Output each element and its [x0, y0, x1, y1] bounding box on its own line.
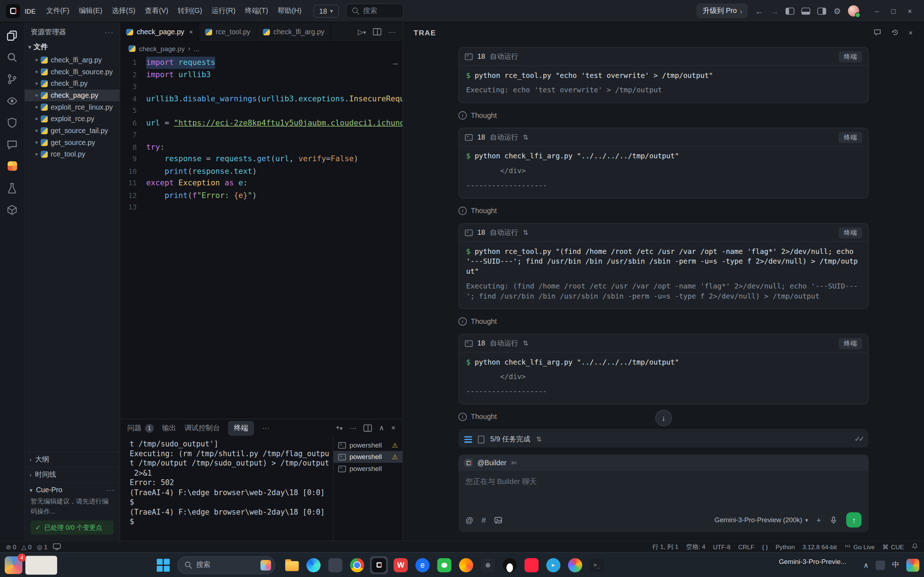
new-terminal-icon[interactable]: +▾ — [336, 424, 342, 432]
editor-tab[interactable]: check_page.py× — [120, 23, 199, 41]
terminal-list-item[interactable]: powershell⚠ — [333, 451, 402, 463]
taskbar-app-chrome[interactable] — [348, 556, 366, 574]
breadcrumb[interactable]: check_page.py › ... — [120, 42, 402, 56]
file-item[interactable]: check_lfi_arg.py — [25, 54, 120, 66]
search-icon[interactable] — [6, 51, 18, 63]
editor-tab[interactable]: rce_tool.py — [199, 23, 257, 41]
status-go-live[interactable]: Go Live — [845, 543, 875, 550]
status-cue[interactable]: ⌘CUE — [882, 543, 904, 550]
history-icon[interactable] — [891, 28, 899, 38]
tray-chevron-icon[interactable]: ∧ — [863, 561, 868, 569]
file-item[interactable]: exploit_rce_linux.py — [25, 102, 120, 113]
security-icon[interactable] — [6, 116, 18, 128]
gear-icon[interactable]: ⚙ — [834, 6, 841, 16]
status--[interactable]: { } — [762, 543, 768, 550]
expand-icon[interactable]: ⇅ — [523, 229, 528, 236]
toggle-right-sidebar-icon[interactable] — [817, 7, 826, 15]
terminal-badge-button[interactable]: 终端 — [838, 338, 862, 349]
file-item[interactable]: exploit_rce.py — [25, 113, 120, 125]
cue-section-header[interactable]: ▾ Cue-Pro ··· — [25, 482, 120, 495]
file-item[interactable]: rce_tool.py — [25, 148, 120, 160]
taskbar-app-edge-dev[interactable]: e — [414, 556, 431, 574]
maximize-panel-icon[interactable]: ∧ — [379, 424, 384, 432]
expand-icon[interactable]: ⇅ — [536, 435, 542, 443]
source-control-icon[interactable] — [6, 73, 18, 85]
panel-tab-终端[interactable]: 终端 — [228, 421, 254, 436]
close-panel-icon[interactable]: × — [391, 424, 395, 432]
file-item[interactable]: get_source.py — [25, 137, 120, 148]
tests-icon[interactable] — [6, 182, 18, 193]
remote-display-icon[interactable] — [53, 543, 60, 549]
taskbar-app-firefox[interactable] — [457, 556, 475, 574]
status-crlf[interactable]: CRLF — [738, 543, 754, 550]
status--1-1[interactable]: 行 1, 列 1 — [652, 542, 678, 551]
notification-count[interactable]: ◎1 — [37, 543, 47, 550]
terminal-list-item[interactable]: powershell — [333, 463, 402, 475]
workspace-switcher[interactable]: 18 ▾ — [313, 4, 339, 17]
thought-row[interactable]: iThought — [459, 206, 868, 215]
explorer-icon[interactable] — [6, 29, 18, 42]
chat-message-list[interactable]: 18自动运行终端$ python rce_tool.py "echo 'test… — [403, 44, 924, 431]
thought-row[interactable]: iThought — [459, 318, 868, 326]
menu-item[interactable]: 编辑(E) — [74, 3, 107, 18]
start-button[interactable] — [155, 556, 173, 574]
image-icon[interactable] — [494, 515, 503, 524]
chat-input-box[interactable]: 您正在与 Builder 聊天 @ # Gemini-3-Pro-Preview… — [459, 471, 868, 532]
panel-tabs-more-icon[interactable]: ··· — [262, 424, 270, 432]
taskbar-app-trae[interactable] — [370, 556, 388, 574]
double-check-icon[interactable]: ✓✓ — [855, 435, 863, 443]
send-button[interactable]: ↑ — [846, 512, 861, 527]
panel-more-icon[interactable]: ··· — [349, 424, 357, 432]
file-item[interactable]: get_source_tail.py — [25, 125, 120, 137]
menu-item[interactable]: 查看(V) — [140, 3, 173, 18]
context-chip[interactable]: @Builder ✄ — [459, 455, 868, 471]
code-editor[interactable]: — 1import requests2import urllib334urlli… — [120, 55, 402, 418]
taskbar-search[interactable]: 搜索 — [177, 556, 275, 574]
expand-icon[interactable]: ⇅ — [523, 339, 528, 347]
taskbar-app-telegram[interactable]: ▸ — [544, 556, 562, 574]
packages-icon[interactable] — [6, 204, 18, 216]
menu-item[interactable]: 转到(G) — [173, 3, 207, 18]
menu-item[interactable]: 文件(F) — [42, 3, 74, 18]
taskbar-app-folder[interactable] — [283, 556, 300, 574]
taskbar-app-edge[interactable] — [305, 556, 322, 574]
cue-processed-button[interactable]: ✓ 已处理 0/0 个变更点 — [31, 521, 114, 534]
add-icon[interactable]: + — [816, 515, 821, 524]
preview-icon[interactable] — [6, 95, 18, 107]
tray-app-icon[interactable] — [876, 560, 885, 569]
taskbar-app-qq[interactable] — [501, 556, 519, 574]
terminal-list-item[interactable]: powershell⚠ — [333, 439, 402, 451]
global-search[interactable]: 搜索 — [346, 3, 404, 18]
scroll-to-bottom-button[interactable]: ↓ — [656, 410, 672, 426]
menu-item[interactable]: 运行(R) — [207, 3, 241, 18]
split-editor-icon[interactable] — [373, 28, 381, 35]
taskbar-app-mail[interactable] — [326, 556, 344, 574]
menu-item[interactable]: 帮助(H) — [273, 3, 307, 18]
taskbar-app-dark-app[interactable] — [479, 556, 497, 574]
file-item[interactable]: check_page.py — [25, 89, 120, 102]
bell-icon[interactable] — [912, 543, 918, 550]
taskbar-app-redbook[interactable] — [523, 556, 540, 574]
close-icon[interactable]: × — [189, 28, 193, 35]
run-button[interactable]: ▷▾ — [358, 28, 366, 36]
remove-context-icon[interactable]: ✄ — [511, 459, 517, 467]
maximize-button[interactable]: □ — [885, 7, 901, 15]
status-python[interactable]: Python — [775, 543, 795, 550]
status-utf-8[interactable]: UTF-8 — [713, 543, 730, 550]
chat-icon[interactable] — [6, 139, 18, 150]
taskbar-app-photos[interactable] — [566, 556, 584, 574]
files-section-header[interactable]: ▾ 文件 — [25, 41, 120, 55]
taskbar-app-wps[interactable]: W — [392, 556, 410, 574]
toggle-panel-icon[interactable] — [802, 7, 810, 15]
editor-more-icon[interactable]: ··· — [388, 28, 396, 36]
mic-icon[interactable] — [829, 515, 838, 524]
menu-item[interactable]: 选择(S) — [107, 3, 140, 18]
nav-forward-button[interactable]: → — [771, 6, 779, 16]
app-menu-button[interactable] — [6, 4, 20, 18]
model-selector[interactable]: Gemini-3-Pro-Preview (200k) ▾ — [715, 516, 808, 524]
terminal-badge-button[interactable]: 终端 — [838, 132, 862, 143]
status--4[interactable]: 空格: 4 — [686, 542, 705, 551]
ime-indicator[interactable]: 中 — [892, 560, 900, 570]
warning-count[interactable]: △0 — [22, 543, 32, 550]
feedback-icon[interactable] — [873, 28, 881, 38]
